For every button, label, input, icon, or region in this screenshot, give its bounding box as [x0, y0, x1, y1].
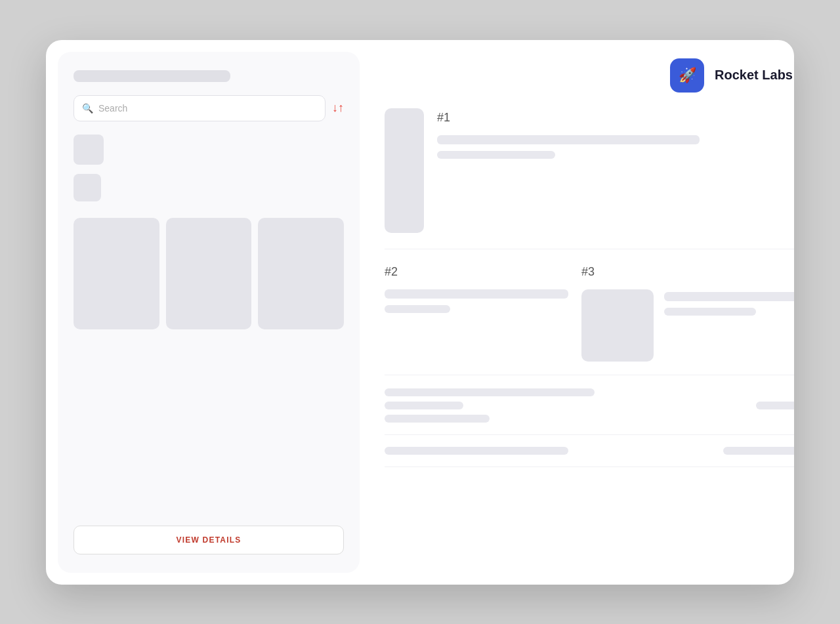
search-row: 🔍 Search ↓↑ [74, 95, 344, 121]
item-1-content: #1 [437, 108, 794, 159]
view-details-button[interactable]: VIEW DETAILS [74, 526, 344, 554]
lower-row-1-sub [385, 402, 463, 409]
sort-icon[interactable]: ↓↑ [332, 101, 344, 115]
item-3-inner [581, 289, 794, 362]
list-items [74, 135, 344, 202]
item-3-title [664, 292, 794, 301]
lower-row-1 [385, 388, 794, 435]
item-2-title [385, 289, 568, 299]
main-card: 🔍 Search ↓↑ [46, 40, 794, 585]
item-3-subtitle [664, 308, 756, 316]
item-1-title [437, 135, 700, 144]
list-item-thumb [74, 135, 104, 165]
item-1-number: #1 [437, 111, 794, 125]
grid-image-2 [166, 218, 252, 329]
item-1-subtitle [437, 151, 555, 159]
left-title-placeholder [74, 70, 230, 82]
item-3-number: #3 [581, 265, 794, 279]
content-area: #1 #2 #3 [385, 108, 794, 566]
lower-row-2-title [385, 447, 568, 455]
item-2-col: #2 [385, 265, 581, 362]
lower-row-1-badge [756, 402, 794, 409]
brand-logo: 🚀 [670, 58, 704, 93]
list-item [74, 174, 344, 202]
grid-image-1 [74, 218, 159, 329]
item-3-text [664, 289, 794, 362]
list-item-thumb [74, 174, 101, 201]
lower-row-2-badge [723, 447, 794, 455]
lower-row-1-left [385, 388, 595, 423]
search-input-label: Search [98, 103, 127, 114]
item-3-col: #3 [581, 265, 794, 362]
top-bar: 🚀 Rocket Labs ⚙ [385, 58, 794, 93]
rocket-icon: 🚀 [679, 67, 696, 84]
lower-row-1-sub2 [385, 415, 490, 423]
left-panel: 🔍 Search ↓↑ [58, 52, 360, 573]
image-grid [74, 218, 344, 329]
lower-rows [385, 388, 794, 467]
lower-row-2 [385, 447, 794, 467]
brand-name: Rocket Labs [715, 68, 793, 83]
item-3-thumb [581, 289, 654, 362]
item-1-thumb [385, 108, 424, 233]
item-2-number: #2 [385, 265, 568, 279]
item-1-row: #1 [385, 108, 794, 249]
grid-image-3 [258, 218, 344, 329]
lower-row-1-title [385, 388, 595, 396]
items-23-row: #2 #3 [385, 265, 794, 375]
list-item [74, 135, 344, 165]
search-box[interactable]: 🔍 Search [74, 95, 326, 121]
item-2-subtitle [385, 305, 450, 313]
right-panel: 🚀 Rocket Labs ⚙ #1 #2 [371, 40, 794, 585]
lower-row-2-left [385, 447, 568, 455]
search-icon: 🔍 [82, 103, 93, 114]
